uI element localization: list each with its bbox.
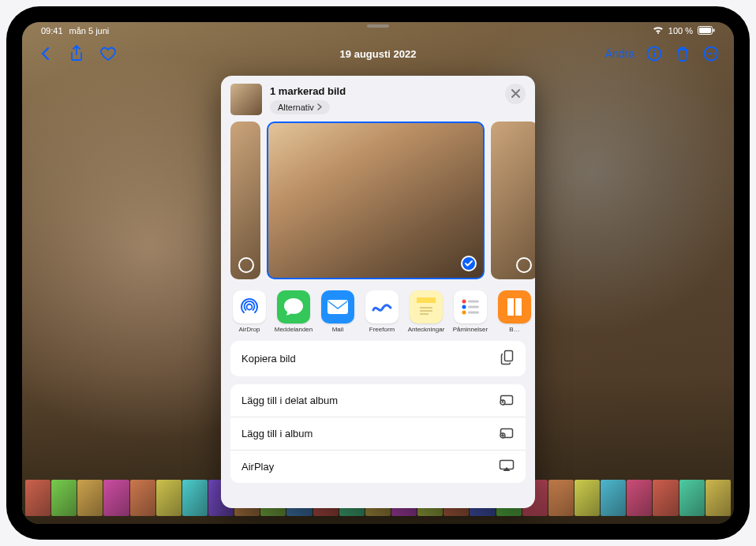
svg-rect-15 <box>468 301 479 303</box>
edit-button[interactable]: Ändra <box>605 47 634 60</box>
album-icon <box>499 426 515 441</box>
share-app-row[interactable]: AirDrop Meddelanden Mail Freeform Anteck… <box>221 279 535 341</box>
status-bar: 09:41 mån 5 juni 100 % <box>22 22 734 39</box>
status-time: 09:41 <box>41 26 63 36</box>
share-app-label: Mail <box>332 327 344 333</box>
share-app-notes[interactable]: Anteckningar <box>406 290 447 333</box>
svg-point-23 <box>502 401 503 402</box>
action-shared-album-label: Lägg till i delat album <box>241 395 338 406</box>
share-app-label: Freeform <box>369 327 395 333</box>
share-app-mail[interactable]: Mail <box>317 290 358 333</box>
share-button[interactable] <box>68 45 85 62</box>
share-app-freeform[interactable]: Freeform <box>361 290 402 333</box>
share-app-label: Påminnelser <box>453 327 488 333</box>
svg-point-10 <box>247 305 253 310</box>
share-sheet: 1 markerad bild Alternativ <box>221 76 535 508</box>
shared-album-icon <box>499 393 515 408</box>
svg-point-7 <box>707 53 709 55</box>
svg-point-14 <box>462 300 466 304</box>
share-app-airdrop[interactable]: AirDrop <box>229 290 270 333</box>
status-date: mån 5 juni <box>69 26 110 36</box>
action-airplay[interactable]: AirPlay <box>230 450 526 483</box>
share-app-label: B… <box>509 327 519 333</box>
action-add-shared-album[interactable]: Lägg till i delat album <box>230 384 526 417</box>
books-icon <box>498 290 531 323</box>
page-title: 19 augusti 2022 <box>340 48 417 60</box>
action-copy[interactable]: Kopiera bild <box>230 341 526 376</box>
svg-point-9 <box>713 53 716 55</box>
options-button[interactable]: Alternativ <box>270 100 330 114</box>
messages-icon <box>277 290 310 323</box>
selected-photo-thumbnail <box>230 84 262 115</box>
selection-ring-icon[interactable] <box>516 257 532 273</box>
svg-point-18 <box>462 311 466 315</box>
share-app-label: AirDrop <box>238 327 260 333</box>
photo-carousel[interactable] <box>221 122 535 279</box>
back-button[interactable] <box>36 45 54 62</box>
airdrop-icon <box>233 290 266 323</box>
options-label: Alternativ <box>278 103 314 112</box>
share-app-reminders[interactable]: Påminnelser <box>450 290 491 333</box>
svg-rect-1 <box>699 28 711 33</box>
share-app-books[interactable]: B… <box>494 290 535 333</box>
action-copy-label: Kopiera bild <box>241 353 296 365</box>
close-button[interactable] <box>505 84 526 104</box>
svg-rect-20 <box>505 351 513 361</box>
close-icon <box>511 88 520 100</box>
freeform-icon <box>365 290 399 323</box>
svg-point-16 <box>462 305 466 309</box>
svg-rect-2 <box>713 28 715 32</box>
svg-rect-13 <box>417 297 436 303</box>
carousel-item-selected[interactable] <box>267 122 485 279</box>
notes-icon <box>410 290 443 323</box>
action-album-label: Lägg till i album <box>241 428 313 439</box>
nav-bar: 19 augusti 2022 Ändra <box>22 39 734 68</box>
svg-point-8 <box>710 53 713 55</box>
battery-text: 100 % <box>668 26 693 36</box>
trash-button[interactable] <box>674 45 691 62</box>
carousel-item-previous[interactable] <box>230 122 260 279</box>
reminders-icon <box>454 290 487 323</box>
mail-icon <box>321 290 354 323</box>
share-sheet-title: 1 markerad bild <box>270 85 346 97</box>
svg-rect-5 <box>653 53 655 58</box>
svg-rect-17 <box>468 306 479 309</box>
wifi-icon <box>653 26 664 36</box>
carousel-item-next[interactable] <box>491 122 535 279</box>
more-button[interactable] <box>702 45 720 62</box>
selection-ring-icon[interactable] <box>238 257 254 273</box>
info-button[interactable] <box>646 45 663 62</box>
share-app-messages[interactable]: Meddelanden <box>273 290 314 333</box>
svg-rect-19 <box>468 312 479 314</box>
copy-icon <box>500 350 515 368</box>
share-app-label: Meddelanden <box>275 327 313 333</box>
chevron-right-icon <box>317 103 322 112</box>
action-airplay-label: AirPlay <box>241 461 274 473</box>
svg-rect-11 <box>327 300 348 314</box>
airplay-icon <box>499 459 515 474</box>
favorite-button[interactable] <box>99 45 117 62</box>
battery-icon <box>698 26 715 36</box>
svg-point-4 <box>653 50 655 51</box>
share-app-label: Anteckningar <box>408 327 445 333</box>
selection-check-icon[interactable] <box>461 256 477 271</box>
action-add-album[interactable]: Lägg till i album <box>230 417 526 450</box>
